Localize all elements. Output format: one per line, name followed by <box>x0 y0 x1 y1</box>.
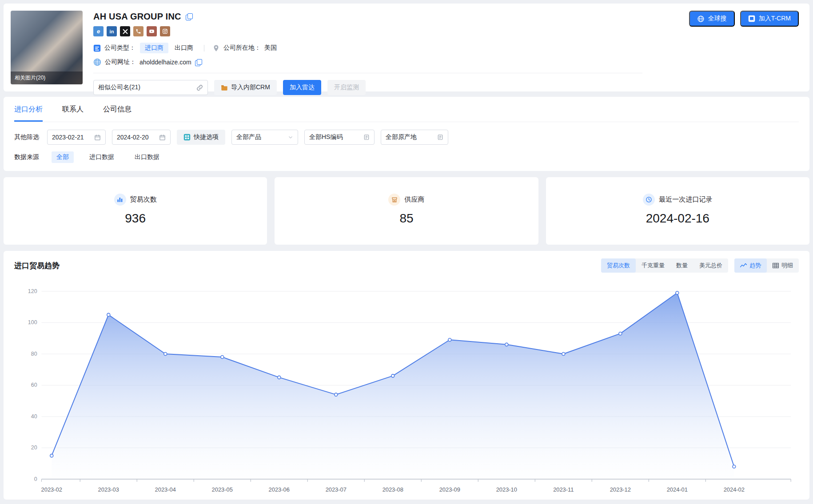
other-filters-label: 其他筛选 <box>14 133 39 141</box>
svg-text:120: 120 <box>28 288 37 294</box>
type-importer-tag[interactable]: 进口商 <box>140 43 168 53</box>
page: 相关图片(20) AH USA GROUP INC e in <box>0 0 813 503</box>
svg-text:60: 60 <box>31 382 37 388</box>
data-source-bar: 数据来源 全部 进口数据 出口数据 <box>14 151 799 163</box>
tab-company-info[interactable]: 公司信息 <box>103 105 132 122</box>
svg-text:20: 20 <box>31 444 37 451</box>
related-image-thumbnail[interactable]: 相关图片(20) <box>11 11 83 84</box>
svg-text:2023-11: 2023-11 <box>553 486 574 493</box>
view-segmented-control: 趋势 明细 <box>734 258 799 273</box>
svg-text:2023-09: 2023-09 <box>439 486 460 493</box>
svg-text:100: 100 <box>28 319 37 325</box>
view-trend[interactable]: 趋势 <box>734 258 767 273</box>
linkedin-icon[interactable]: in <box>107 26 117 36</box>
website-link[interactable]: aholddelhaize.com <box>139 59 191 66</box>
social-links: e in <box>93 26 799 36</box>
join-tcrm-button[interactable]: 加入T-CRM <box>740 11 799 27</box>
svg-text:2023-08: 2023-08 <box>383 486 403 493</box>
stat-label: 贸易次数 <box>130 195 157 204</box>
svg-text:2023-07: 2023-07 <box>326 486 347 493</box>
copy-website-icon[interactable] <box>195 59 202 66</box>
clock-icon <box>643 194 655 206</box>
svg-text:2023-12: 2023-12 <box>610 486 631 493</box>
link-icon <box>196 84 203 91</box>
ie-icon[interactable]: e <box>93 26 104 36</box>
stat-value: 85 <box>275 211 538 226</box>
stat-cards: 贸易次数 936 供应商 85 最近一次进口记录 2024-02-16 <box>4 177 809 245</box>
location-pin-icon <box>212 44 220 52</box>
company-type-icon <box>93 44 101 52</box>
svg-text:2024-01: 2024-01 <box>667 486 688 493</box>
svg-text:0: 0 <box>34 476 37 482</box>
tab-import-analysis[interactable]: 进口分析 <box>14 105 43 122</box>
global-search-button[interactable]: 全球搜 <box>689 11 735 27</box>
stat-card-suppliers: 供应商 85 <box>275 177 538 245</box>
all-hs-code-select[interactable]: 全部HS编码 <box>304 130 375 145</box>
copy-company-name-icon[interactable] <box>186 13 192 20</box>
company-header-card: 相关图片(20) AH USA GROUP INC e in <box>4 4 809 91</box>
similar-companies-button[interactable]: 相似公司名(21) <box>93 80 208 95</box>
x-icon[interactable] <box>120 26 130 36</box>
view-detail[interactable]: 明细 <box>767 258 799 273</box>
divider <box>204 45 204 52</box>
type-exporter-tag[interactable]: 出口商 <box>172 43 196 53</box>
chart-toolbar: 贸易次数 千克重量 数量 美元总价 趋势 明细 <box>601 258 799 273</box>
tab-contacts[interactable]: 联系人 <box>62 105 84 122</box>
svg-text:2023-06: 2023-06 <box>269 486 290 493</box>
source-option-export[interactable]: 出口数据 <box>130 151 164 163</box>
stat-value: 2024-02-16 <box>546 211 809 226</box>
start-monitor-button[interactable]: 开启监测 <box>327 80 366 95</box>
calendar-icon <box>159 134 166 141</box>
trend-chart-card: 进口贸易趋势 贸易次数 千克重量 数量 美元总价 趋势 明细 <box>4 251 809 500</box>
stat-label: 供应商 <box>404 195 424 204</box>
filter-bar: 其他筛选 2023-02-21 2024-02-20 快捷选项 全部产品 全部H… <box>14 130 799 145</box>
all-products-select[interactable]: 全部产品 <box>231 130 298 145</box>
quick-options-icon <box>183 134 191 141</box>
company-name: AH USA GROUP INC <box>93 12 181 22</box>
related-images-label: 相关图片(20) <box>11 71 83 84</box>
quick-options-button[interactable]: 快捷选项 <box>177 130 225 145</box>
stat-value: 936 <box>4 211 267 226</box>
instagram-icon[interactable] <box>160 26 170 36</box>
source-option-import[interactable]: 进口数据 <box>84 151 119 163</box>
metric-trade-count[interactable]: 贸易次数 <box>601 258 636 273</box>
date-from-input[interactable]: 2023-02-21 <box>47 130 106 145</box>
company-type-label: 公司类型： <box>104 44 136 52</box>
phone-icon[interactable] <box>133 26 143 36</box>
stat-card-last-import: 最近一次进口记录 2024-02-16 <box>546 177 809 245</box>
list-icon <box>363 134 370 140</box>
global-search-globe-icon <box>697 15 705 23</box>
website-label: 公司网址： <box>105 58 136 66</box>
svg-text:2023-10: 2023-10 <box>496 486 517 493</box>
chart-title: 进口贸易趋势 <box>14 261 60 271</box>
folder-icon <box>221 84 228 91</box>
location-value: 美国 <box>264 44 277 52</box>
svg-text:2023-02: 2023-02 <box>41 486 62 493</box>
chevron-down-icon <box>288 135 293 140</box>
line-chart-icon <box>740 263 747 268</box>
svg-text:2023-04: 2023-04 <box>155 486 176 493</box>
date-to-input[interactable]: 2024-02-20 <box>112 130 171 145</box>
svg-text:40: 40 <box>31 413 37 420</box>
similar-companies-label: 相似公司名(21) <box>98 83 140 91</box>
svg-text:2023-03: 2023-03 <box>98 486 119 493</box>
metric-kg-weight[interactable]: 千克重量 <box>636 258 670 273</box>
svg-text:80: 80 <box>31 351 37 357</box>
metric-quantity[interactable]: 数量 <box>670 258 693 273</box>
data-source-label: 数据来源 <box>14 153 39 161</box>
import-crm-button[interactable]: 导入内部CRM <box>214 80 277 95</box>
store-icon <box>388 194 400 206</box>
tcrm-icon <box>748 15 755 22</box>
bar-chart-icon <box>114 194 126 206</box>
analysis-panel: 进口分析 联系人 公司信息 其他筛选 2023-02-21 2024-02-20… <box>4 97 809 171</box>
calendar-icon <box>94 134 101 141</box>
source-option-all[interactable]: 全部 <box>52 151 74 163</box>
table-icon <box>773 263 779 268</box>
all-origin-select[interactable]: 全部原产地 <box>381 130 448 145</box>
youtube-icon[interactable] <box>147 26 157 36</box>
location-label: 公司所在地： <box>223 44 261 52</box>
stat-label: 最近一次进口记录 <box>659 195 712 204</box>
metric-usd-total[interactable]: 美元总价 <box>693 258 728 273</box>
metric-segmented-control: 贸易次数 千克重量 数量 美元总价 <box>601 258 728 273</box>
add-radar-button[interactable]: 加入雷达 <box>283 80 321 95</box>
